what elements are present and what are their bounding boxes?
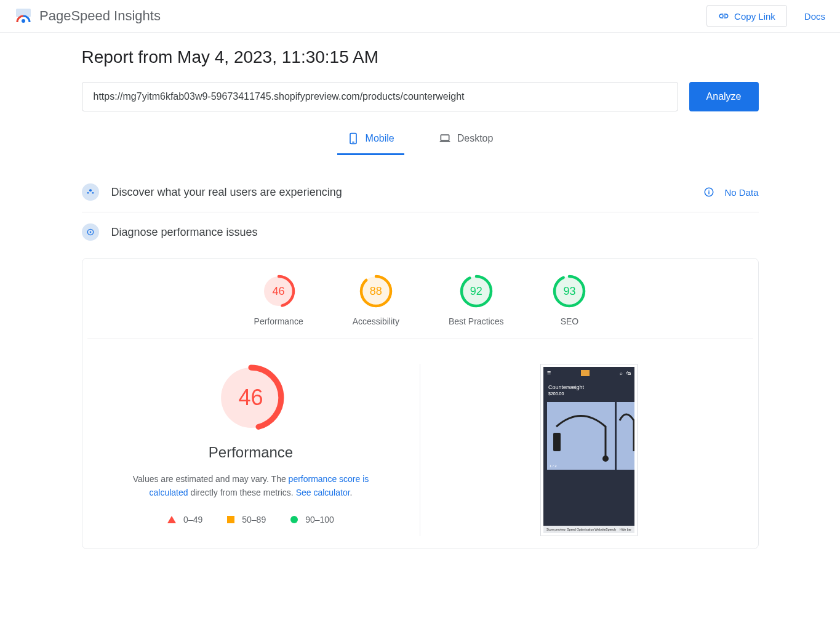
gauge-accessibility[interactable]: 88 Accessibility: [353, 275, 399, 326]
svg-rect-24: [553, 433, 561, 451]
tab-desktop[interactable]: Desktop: [429, 126, 503, 155]
svg-point-8: [92, 192, 94, 194]
see-calculator-link[interactable]: See calculator: [296, 488, 350, 497]
gauge-accessibility-score: 88: [359, 275, 393, 308]
no-data-label: No Data: [724, 187, 758, 198]
copy-link-button[interactable]: Copy Link: [706, 5, 787, 27]
performance-big-score: 46: [217, 364, 285, 432]
users-icon: [82, 183, 99, 201]
copy-link-label: Copy Link: [734, 11, 775, 22]
legend-bad: 0–49: [167, 515, 202, 524]
laptop-icon: [439, 132, 451, 145]
svg-point-7: [87, 192, 89, 194]
svg-point-25: [602, 456, 609, 462]
diagnose-left: Diagnose performance issues: [82, 223, 258, 241]
performance-section: 46 Performance Values are estimated and …: [82, 339, 758, 549]
tab-mobile[interactable]: Mobile: [337, 126, 404, 155]
shot-preview-bar: Store preview: Speed Optimization Websit…: [543, 526, 634, 533]
svg-point-1: [22, 19, 25, 23]
url-input[interactable]: [82, 82, 678, 111]
shot-product-price: $200.00: [548, 392, 630, 396]
hamburger-icon: ☰: [547, 371, 551, 376]
shot-product-info: Counterweight $200.00: [543, 379, 634, 398]
score-legend: 0–49 50–89 90–100: [167, 515, 334, 524]
url-row: Analyze: [82, 82, 759, 111]
header-left: PageSpeed Insights: [15, 7, 161, 25]
app-title: PageSpeed Insights: [39, 8, 161, 24]
gauge-performance-score: 46: [262, 275, 295, 308]
svg-point-13: [89, 231, 91, 233]
gauge-best-practices[interactable]: 92 Best Practices: [449, 275, 503, 326]
shot-logo-icon: [581, 370, 590, 376]
performance-right: ☰ ⌕🛍 Counterweight $200.00 1 / 2: [420, 364, 740, 536]
device-tabs: Mobile Desktop: [82, 126, 759, 155]
shot-image-row: 1 / 2: [543, 398, 634, 470]
discover-section-header: Discover what your real users are experi…: [82, 172, 759, 212]
diagnose-title: Diagnose performance issues: [111, 226, 258, 239]
triangle-icon: [167, 516, 176, 523]
report-title: Report from May 4, 2023, 11:30:15 AM: [82, 47, 759, 67]
docs-link[interactable]: Docs: [804, 11, 825, 22]
diagnose-section-header: Diagnose performance issues: [82, 212, 759, 252]
shot-main-image: 1 / 2: [547, 402, 615, 470]
phone-icon: [347, 132, 359, 145]
performance-label: Performance: [209, 444, 293, 461]
gauge-performance-label: Performance: [254, 316, 303, 326]
gauge-best-practices-score: 92: [460, 275, 493, 308]
gauge-accessibility-circle: 88: [359, 275, 393, 308]
legend-mid: 50–89: [227, 515, 266, 524]
gauge-performance[interactable]: 46 Performance: [254, 275, 303, 326]
link-icon: [718, 10, 729, 22]
gauge-seo-circle: 93: [553, 275, 586, 308]
performance-description: Values are estimated and may vary. The p…: [116, 472, 386, 500]
analyze-button[interactable]: Analyze: [689, 82, 759, 111]
tab-desktop-label: Desktop: [457, 133, 494, 144]
tab-mobile-label: Mobile: [366, 133, 394, 144]
psi-logo-icon: [15, 7, 32, 25]
bag-icon: 🛍: [626, 371, 631, 376]
header-right: Copy Link Docs: [706, 5, 825, 27]
gauge-seo[interactable]: 93 SEO: [553, 275, 586, 326]
legend-good: 90–100: [290, 515, 334, 524]
discover-left: Discover what your real users are experi…: [82, 183, 342, 201]
main-container: Report from May 4, 2023, 11:30:15 AM Ana…: [82, 33, 759, 574]
target-icon: [82, 223, 99, 241]
page-screenshot: ☰ ⌕🛍 Counterweight $200.00 1 / 2: [540, 364, 638, 536]
shot-product-title: Counterweight: [548, 384, 630, 390]
gauge-best-practices-label: Best Practices: [449, 316, 503, 326]
discover-title: Discover what your real users are experi…: [111, 186, 342, 199]
gauge-seo-label: SEO: [561, 316, 579, 326]
diagnose-box: 46 Performance 88 Accessibility 92 Best …: [82, 258, 759, 549]
svg-rect-4: [441, 135, 449, 140]
shot-topbar: ☰ ⌕🛍: [543, 367, 634, 379]
shot-side-image: [617, 402, 634, 470]
search-icon: ⌕: [620, 371, 623, 376]
app-header: PageSpeed Insights Copy Link Docs: [0, 0, 840, 33]
gauge-best-practices-circle: 92: [460, 275, 493, 308]
performance-left: 46 Performance Values are estimated and …: [101, 364, 420, 536]
square-icon: [227, 516, 234, 523]
info-icon: [703, 187, 714, 198]
gauges-row: 46 Performance 88 Accessibility 92 Best …: [87, 259, 753, 339]
shot-image-indicator: 1 / 2: [550, 464, 557, 468]
gauge-seo-score: 93: [553, 275, 586, 308]
gauge-performance-circle: 46: [262, 275, 295, 308]
gauge-accessibility-label: Accessibility: [353, 316, 399, 326]
svg-point-6: [89, 189, 92, 191]
no-data-link[interactable]: No Data: [703, 187, 758, 198]
performance-big-gauge: 46: [217, 364, 285, 432]
circle-icon: [290, 516, 298, 523]
